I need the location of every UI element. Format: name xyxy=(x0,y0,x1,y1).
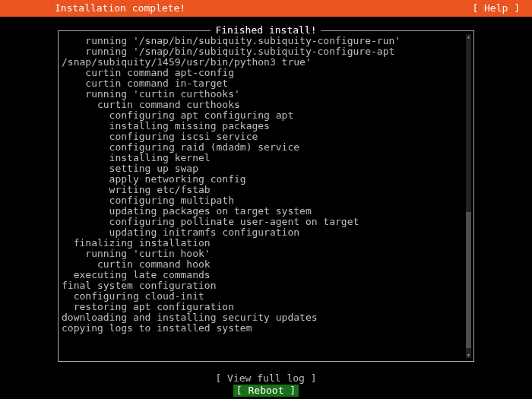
log-line: curtin command in-target xyxy=(62,78,472,89)
log-line: setting up swap xyxy=(62,163,472,174)
log-line: final system configuration xyxy=(62,280,472,291)
log-box: Finished install! running '/snap/bin/sub… xyxy=(58,30,474,362)
log-lines: running '/snap/bin/subiquity.subiquity-c… xyxy=(60,34,472,334)
log-line: configuring pollinate user-agent on targ… xyxy=(62,217,472,227)
scroll-up-icon: ▴ xyxy=(466,33,471,40)
log-line: curtin command curthooks xyxy=(62,100,472,110)
header-bar: Installation complete! [ Help ] xyxy=(0,0,532,17)
log-line: running 'curtin hook' xyxy=(62,249,472,259)
log-line: configuring apt configuring apt xyxy=(62,110,472,121)
log-line: running '/snap/bin/subiquity.subiquity-c… xyxy=(62,46,472,57)
log-box-title: Finished install! xyxy=(211,25,321,36)
help-button[interactable]: [ Help ] xyxy=(472,3,520,14)
log-line: finalizing installation xyxy=(62,238,472,249)
log-line: running 'curtin curthooks' xyxy=(62,89,472,100)
scrollbar-thumb[interactable] xyxy=(466,212,471,348)
log-line: downloading and installing security upda… xyxy=(62,312,472,323)
log-line: updating packages on target system xyxy=(62,206,472,217)
log-line: installing missing packages xyxy=(62,121,472,131)
log-line: running '/snap/bin/subiquity.subiquity-c… xyxy=(62,36,472,46)
header-title: Installation complete! xyxy=(55,3,185,14)
log-line: installing kernel xyxy=(62,153,472,163)
log-line: copying logs to installed system xyxy=(62,323,472,334)
scrollbar[interactable]: ▴ ▾ xyxy=(466,34,471,358)
log-line: configuring multipath xyxy=(62,195,472,206)
log-area: Finished install! running '/snap/bin/sub… xyxy=(58,30,474,362)
log-line: executing late commands xyxy=(62,270,472,280)
log-line: curtin command apt-config xyxy=(62,68,472,78)
log-line: curtin command hook xyxy=(62,259,472,270)
reboot-button[interactable]: [ Reboot ] xyxy=(233,385,299,397)
log-line: /snap/subiquity/1459/usr/bin/python3 tru… xyxy=(62,57,472,68)
log-line: restoring apt configuration xyxy=(62,302,472,312)
log-line: configuring cloud-init xyxy=(62,291,472,302)
log-line: configuring raid (mdadm) service xyxy=(62,142,472,153)
log-line: apply networking config xyxy=(62,174,472,185)
log-line: configuring iscsi service xyxy=(62,131,472,142)
scroll-down-icon: ▾ xyxy=(466,352,471,359)
footer: [ View full log ] [ Reboot ] xyxy=(0,372,532,397)
log-line: updating initramfs configuration xyxy=(62,227,472,238)
log-line: writing etc/fstab xyxy=(62,185,472,195)
view-full-log-button[interactable]: [ View full log ] xyxy=(212,372,319,385)
